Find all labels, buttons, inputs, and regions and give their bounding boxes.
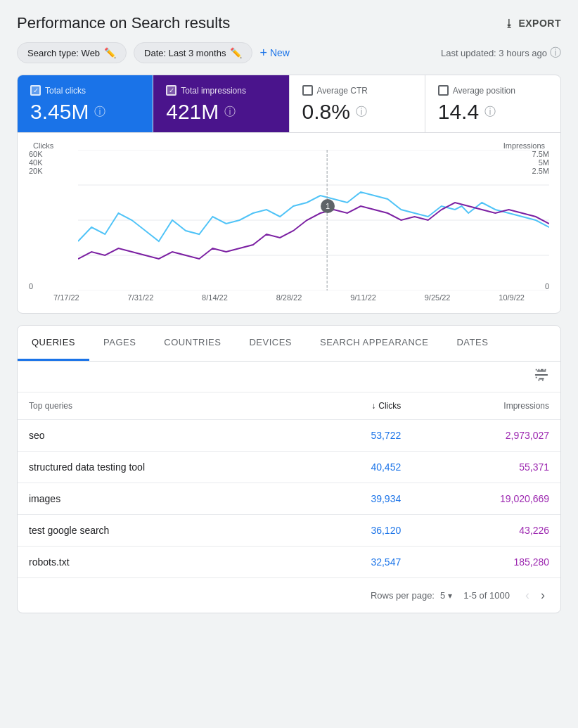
clicks-cell: 53,722 bbox=[304, 420, 412, 452]
clicks-axis-label: Clicks bbox=[33, 141, 53, 150]
last-updated: Last updated: 3 hours ago ⓘ bbox=[441, 46, 561, 60]
chevron-down-icon: ▾ bbox=[448, 591, 452, 601]
metric-label-position: Average position bbox=[453, 86, 515, 96]
x-label-3: 8/28/22 bbox=[276, 293, 302, 302]
query-cell: robots.txt bbox=[18, 547, 304, 578]
x-label-5: 9/25/22 bbox=[425, 293, 451, 302]
metric-value-row-impressions: 421M ⓘ bbox=[166, 100, 276, 124]
clicks-cell: 40,452 bbox=[304, 452, 412, 483]
metric-value-ctr: 0.8% bbox=[302, 100, 350, 124]
metrics-section: ✓ Total clicks 3.45M ⓘ ✓ Total impressio… bbox=[17, 75, 561, 314]
chart-marker: 1 bbox=[321, 199, 335, 213]
rows-per-page-control: Rows per page: 5 ▾ bbox=[371, 590, 452, 601]
col-header-query: Top queries bbox=[18, 392, 304, 420]
col-query-label: Top queries bbox=[29, 401, 72, 411]
checkbox-ctr[interactable] bbox=[302, 85, 313, 96]
metric-card-total-impressions[interactable]: ✓ Total impressions 421M ⓘ bbox=[153, 75, 289, 132]
tab-queries[interactable]: QUERIES bbox=[18, 326, 89, 361]
metric-label-impressions: Total impressions bbox=[181, 86, 246, 96]
date-filter[interactable]: Date: Last 3 months ✏️ bbox=[134, 42, 252, 63]
metric-value-clicks: 3.45M bbox=[30, 100, 89, 124]
help-icon-header: ⓘ bbox=[550, 46, 561, 60]
sort-arrow-clicks: ↓ Clicks bbox=[371, 401, 401, 411]
col-header-clicks[interactable]: ↓ Clicks bbox=[304, 392, 412, 420]
checkbox-clicks[interactable]: ✓ bbox=[30, 85, 41, 96]
impressions-cell: 19,020,669 bbox=[412, 483, 560, 515]
x-label-1: 7/31/22 bbox=[128, 293, 154, 302]
tab-countries[interactable]: COUNTRIES bbox=[150, 326, 235, 361]
svg-rect-7 bbox=[537, 371, 546, 372]
metric-card-avg-position[interactable]: Average position 14.4 ⓘ bbox=[425, 75, 560, 132]
filter-bar: Search type: Web ✏️ Date: Last 3 months … bbox=[0, 42, 578, 75]
new-button[interactable]: + New bbox=[259, 46, 290, 60]
table-row: robots.txt 32,547 185,280 bbox=[18, 547, 560, 578]
export-icon: ⭳ bbox=[504, 18, 515, 29]
clicks-cell: 39,934 bbox=[304, 483, 412, 515]
tabs-section: QUERIES PAGES COUNTRIES DEVICES SEARCH A… bbox=[17, 325, 561, 613]
metric-card-total-clicks[interactable]: ✓ Total clicks 3.45M ⓘ bbox=[18, 75, 153, 132]
rows-per-page-select[interactable]: 5 ▾ bbox=[440, 590, 452, 601]
prev-page-button[interactable]: ‹ bbox=[521, 587, 534, 604]
metric-card-avg-ctr[interactable]: Average CTR 0.8% ⓘ bbox=[290, 75, 425, 132]
marker-number: 1 bbox=[326, 202, 330, 210]
page-title: Performance on Search results bbox=[17, 14, 230, 32]
metric-value-row-position: 14.4 ⓘ bbox=[438, 100, 548, 124]
plus-icon: + bbox=[259, 46, 267, 60]
tab-dates[interactable]: DATES bbox=[442, 326, 502, 361]
metric-header-impressions: ✓ Total impressions bbox=[166, 85, 276, 96]
rows-per-page-label: Rows per page: bbox=[371, 590, 435, 601]
date-label: Date: Last 3 months bbox=[144, 48, 226, 58]
table-header-row: Top queries ↓ Clicks Impressions bbox=[18, 392, 560, 420]
tab-devices[interactable]: DEVICES bbox=[235, 326, 306, 361]
pencil-icon-2: ✏️ bbox=[230, 47, 242, 58]
checkbox-position[interactable] bbox=[438, 85, 449, 96]
query-cell: structured data testing tool bbox=[18, 452, 304, 483]
impressions-cell: 2,973,027 bbox=[412, 420, 560, 452]
help-icon-ctr[interactable]: ⓘ bbox=[356, 105, 367, 120]
query-cell: seo bbox=[18, 420, 304, 452]
y-left-tick-1: 40K bbox=[29, 158, 49, 167]
filter-icon bbox=[534, 367, 549, 383]
export-button[interactable]: ⭳ EXPORT bbox=[504, 18, 561, 29]
tab-search-appearance[interactable]: SEARCH APPEARANCE bbox=[306, 326, 442, 361]
table-row: images 39,934 19,020,669 bbox=[18, 483, 560, 515]
metric-header-ctr: Average CTR bbox=[302, 85, 412, 96]
search-type-filter[interactable]: Search type: Web ✏️ bbox=[17, 42, 127, 63]
metric-header-clicks: ✓ Total clicks bbox=[30, 85, 140, 96]
search-type-label: Search type: Web bbox=[27, 48, 100, 58]
chart-container: 1 bbox=[78, 150, 549, 290]
x-label-2: 8/14/22 bbox=[202, 293, 228, 302]
help-icon-clicks[interactable]: ⓘ bbox=[94, 105, 105, 120]
tabs-bar: QUERIES PAGES COUNTRIES DEVICES SEARCH A… bbox=[18, 326, 560, 362]
help-icon-impressions[interactable]: ⓘ bbox=[224, 105, 236, 120]
table-filter-button[interactable] bbox=[534, 367, 549, 386]
chart-area: Clicks Impressions 60K 40K 20K 0 7.5M 5M… bbox=[18, 133, 560, 313]
impressions-axis-label: Impressions bbox=[503, 141, 545, 150]
help-icon-position[interactable]: ⓘ bbox=[484, 105, 496, 120]
new-label: New bbox=[270, 47, 290, 58]
page-navigation: ‹ › bbox=[521, 587, 549, 604]
y-left-tick-0: 60K bbox=[29, 150, 49, 158]
export-label: EXPORT bbox=[518, 18, 561, 29]
query-cell: test google search bbox=[18, 515, 304, 547]
table-row: test google search 36,120 43,226 bbox=[18, 515, 560, 547]
checkbox-impressions[interactable]: ✓ bbox=[166, 85, 176, 96]
query-cell: images bbox=[18, 483, 304, 515]
y-left-tick-2: 20K bbox=[29, 167, 49, 175]
next-page-button[interactable]: › bbox=[537, 587, 549, 604]
metrics-cards: ✓ Total clicks 3.45M ⓘ ✓ Total impressio… bbox=[18, 75, 560, 133]
rows-per-page-value: 5 bbox=[440, 590, 445, 601]
metric-header-position: Average position bbox=[438, 85, 548, 96]
col-impressions-label: Impressions bbox=[503, 401, 549, 411]
pagination-row: Rows per page: 5 ▾ 1-5 of 1000 ‹ › bbox=[18, 577, 560, 613]
data-table: Top queries ↓ Clicks Impressions seo 53,… bbox=[18, 392, 560, 577]
pencil-icon: ✏️ bbox=[104, 47, 116, 58]
col-clicks-label: Clicks bbox=[378, 401, 401, 411]
last-updated-text: Last updated: 3 hours ago bbox=[441, 48, 547, 58]
col-header-impressions[interactable]: Impressions bbox=[412, 392, 560, 420]
impressions-cell: 185,280 bbox=[412, 547, 560, 578]
y-axis-left: 60K 40K 20K 0 bbox=[29, 150, 51, 290]
table-row: seo 53,722 2,973,027 bbox=[18, 420, 560, 452]
metric-value-position: 14.4 bbox=[438, 100, 479, 124]
tab-pages[interactable]: PAGES bbox=[89, 326, 150, 361]
